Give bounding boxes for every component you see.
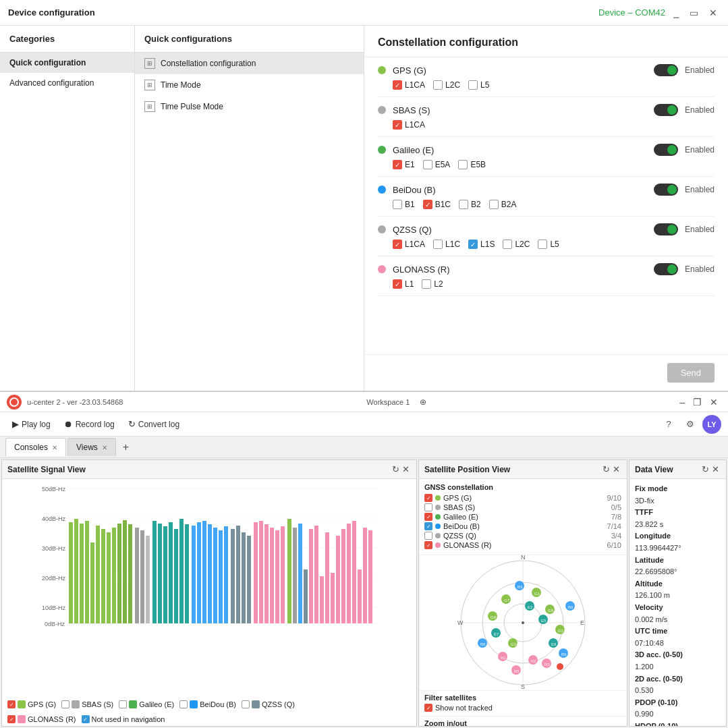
sidebar-item-advanced-config[interactable]: Advanced configuration bbox=[0, 73, 134, 93]
device-label: Device – COM42 bbox=[598, 7, 665, 18]
galileo-bands: ✓E1 E5A E5B bbox=[393, 160, 715, 169]
sidebar-item-quick-config[interactable]: Quick configuration bbox=[0, 53, 134, 73]
qzss-name: QZSS (Q) bbox=[393, 225, 647, 235]
constellation-title: Constellation configuration bbox=[364, 26, 728, 57]
gps-bands: ✓L1CA L2C L5 bbox=[393, 80, 715, 90]
qzss-l1ca-checkbox[interactable]: ✓ bbox=[393, 240, 402, 249]
sbas-dot bbox=[378, 106, 386, 114]
galileo-e1: ✓E1 bbox=[393, 160, 415, 169]
galileo-e5b: E5B bbox=[458, 160, 486, 169]
constellation-body: GPS (G) Enabled ✓L1CA L2C L5 bbox=[364, 57, 728, 354]
title-bar-controls: Device – COM42 ⎯ ▭ ✕ bbox=[598, 6, 720, 20]
constellation-panel: Constellation configuration GPS (G) Enab… bbox=[364, 26, 728, 391]
device-config-title-bar: Device configuration Device – COM42 ⎯ ▭ … bbox=[0, 0, 728, 26]
quick-config-panel: Quick configurations ⊞ Constellation con… bbox=[135, 26, 364, 391]
galileo-name: Galileo (E) bbox=[393, 145, 647, 155]
sbas-name: SBAS (S) bbox=[393, 105, 647, 115]
qzss-l1c-checkbox[interactable] bbox=[433, 240, 443, 249]
gps-l1ca-checkbox[interactable]: ✓ bbox=[393, 80, 402, 90]
gps-enabled-label: Enabled bbox=[685, 65, 715, 75]
beidou-b1c-checkbox[interactable]: ✓ bbox=[423, 200, 432, 209]
sbas-l1ca-checkbox[interactable]: ✓ bbox=[393, 120, 402, 130]
qzss-l5-checkbox[interactable] bbox=[538, 240, 547, 249]
window-close-button[interactable]: ✕ bbox=[706, 6, 720, 20]
beidou-b1c: ✓B1C bbox=[423, 200, 451, 209]
gps-l2c: L2C bbox=[433, 80, 460, 90]
glonass-bands: ✓L1 L2 bbox=[393, 279, 715, 289]
qzss-l1c: L1C bbox=[433, 240, 460, 249]
galileo-toggle[interactable] bbox=[654, 144, 678, 156]
config-item-constellation[interactable]: ⊞ Constellation configuration bbox=[135, 53, 364, 74]
gnss-row-qzss: QZSS (Q) Enabled ✓L1CA L1C ✓L1S L2C bbox=[378, 217, 715, 256]
gps-name: GPS (G) bbox=[393, 65, 647, 76]
beidou-b1-checkbox[interactable] bbox=[393, 200, 402, 209]
qzss-bands: ✓L1CA L1C ✓L1S L2C L5 bbox=[393, 240, 715, 249]
qzss-l1ca: ✓L1CA bbox=[393, 240, 425, 249]
qzss-l2c-checkbox[interactable] bbox=[503, 240, 512, 249]
beidou-toggle[interactable] bbox=[654, 184, 678, 196]
config-item-time-pulse-label: Time Pulse Mode bbox=[161, 102, 223, 111]
gnss-row-galileo: Galileo (E) Enabled ✓E1 E5A E5B bbox=[378, 137, 715, 177]
glonass-toggle[interactable] bbox=[654, 263, 678, 275]
beidou-b2-checkbox[interactable] bbox=[459, 200, 468, 209]
send-button[interactable]: Send bbox=[667, 363, 715, 383]
glonass-l1-checkbox[interactable]: ✓ bbox=[393, 279, 402, 289]
gps-l1ca: ✓L1CA bbox=[393, 80, 425, 90]
qzss-l1s: ✓L1S bbox=[468, 240, 495, 249]
gps-dot bbox=[378, 66, 386, 74]
config-icon-time-pulse: ⊞ bbox=[144, 101, 155, 112]
gnss-row-sbas: SBAS (S) Enabled ✓L1CA bbox=[378, 97, 715, 137]
glonass-l2: L2 bbox=[422, 279, 443, 289]
gnss-row-gps: GPS (G) Enabled ✓L1CA L2C L5 bbox=[378, 57, 715, 97]
beidou-name: BeiDou (B) bbox=[393, 185, 647, 195]
config-icon-time-mode: ⊞ bbox=[144, 80, 155, 90]
config-item-time-mode[interactable]: ⊞ Time Mode bbox=[135, 74, 364, 96]
glonass-l1: ✓L1 bbox=[393, 279, 414, 289]
glonass-l2-checkbox[interactable] bbox=[422, 279, 431, 289]
beidou-bands: B1 ✓B1C B2 B2A bbox=[393, 200, 715, 209]
window-minimize-button[interactable]: ⎯ bbox=[671, 6, 681, 20]
gps-toggle[interactable] bbox=[654, 64, 678, 76]
qzss-l2c: L2C bbox=[503, 240, 530, 249]
beidou-b2: B2 bbox=[459, 200, 481, 209]
quick-config-header: Quick configurations bbox=[135, 26, 364, 53]
window-restore-button[interactable]: ▭ bbox=[687, 6, 701, 20]
galileo-e5a-checkbox[interactable] bbox=[423, 160, 432, 169]
sidebar: Categories Quick configuration Advanced … bbox=[0, 26, 135, 391]
beidou-b2a-checkbox[interactable] bbox=[489, 200, 499, 209]
gps-l2c-checkbox[interactable] bbox=[433, 80, 443, 90]
sbas-enabled-label: Enabled bbox=[685, 105, 715, 115]
config-item-time-pulse[interactable]: ⊞ Time Pulse Mode bbox=[135, 96, 364, 117]
galileo-e1-checkbox[interactable]: ✓ bbox=[393, 160, 402, 169]
glonass-dot bbox=[378, 265, 386, 273]
glonass-enabled-label: Enabled bbox=[685, 264, 715, 274]
galileo-enabled-label: Enabled bbox=[685, 145, 715, 155]
galileo-e5b-checkbox[interactable] bbox=[458, 160, 468, 169]
qzss-dot bbox=[378, 225, 386, 233]
beidou-enabled-label: Enabled bbox=[685, 185, 715, 194]
qzss-l1s-checkbox[interactable]: ✓ bbox=[468, 240, 478, 249]
config-icon-constellation: ⊞ bbox=[144, 58, 155, 69]
sbas-toggle[interactable] bbox=[654, 104, 678, 116]
beidou-b2a: B2A bbox=[489, 200, 517, 209]
beidou-b1: B1 bbox=[393, 200, 415, 209]
galileo-e5a: E5A bbox=[423, 160, 451, 169]
gps-l5: L5 bbox=[468, 80, 489, 90]
window-title: Device configuration bbox=[8, 7, 95, 18]
send-row: Send bbox=[364, 354, 728, 391]
qzss-toggle[interactable] bbox=[654, 223, 678, 235]
config-item-label: Constellation configuration bbox=[161, 59, 256, 68]
sidebar-header: Categories bbox=[0, 26, 134, 53]
galileo-dot bbox=[378, 146, 386, 154]
gps-l5-checkbox[interactable] bbox=[468, 80, 478, 90]
sbas-bands: ✓L1CA bbox=[393, 120, 715, 130]
glonass-name: GLONASS (R) bbox=[393, 264, 647, 275]
sbas-l1ca: ✓L1CA bbox=[393, 120, 425, 130]
beidou-dot bbox=[378, 186, 386, 194]
qzss-l5: L5 bbox=[538, 240, 559, 249]
config-item-time-mode-label: Time Mode bbox=[161, 80, 201, 90]
gnss-row-beidou: BeiDou (B) Enabled B1 ✓B1C B2 B2A bbox=[378, 177, 715, 217]
gnss-row-glonass: GLONASS (R) Enabled ✓L1 L2 bbox=[378, 256, 715, 296]
qzss-enabled-label: Enabled bbox=[685, 225, 715, 234]
